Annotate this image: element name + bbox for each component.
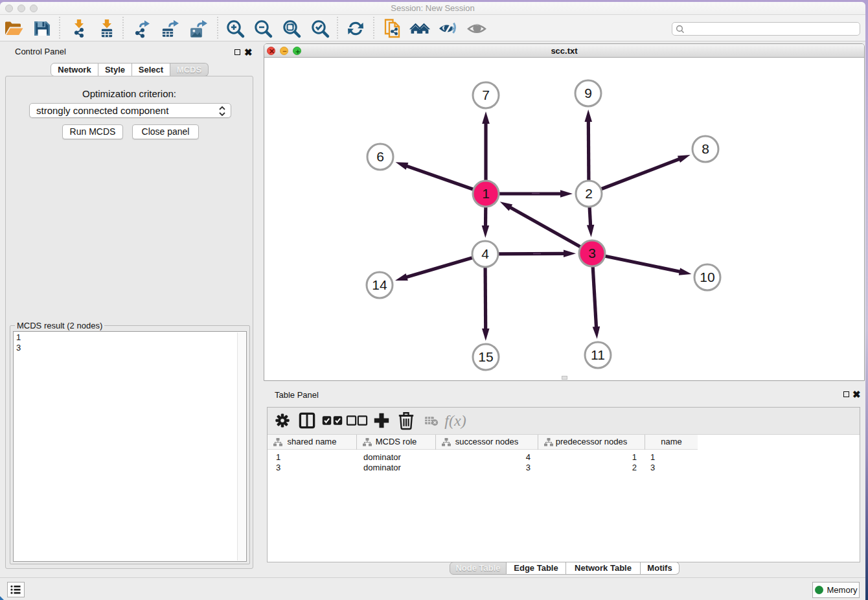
- svg-text:10: 10: [700, 270, 714, 284]
- svg-text:6: 6: [376, 149, 384, 164]
- svg-text:15: 15: [478, 349, 493, 364]
- svg-text:9: 9: [584, 86, 592, 100]
- svg-text:3: 3: [588, 246, 596, 260]
- svg-text:14: 14: [372, 277, 387, 292]
- svg-text:11: 11: [591, 347, 605, 362]
- svg-text:f(x): f(x): [444, 412, 466, 429]
- svg-text:7: 7: [482, 87, 490, 102]
- svg-text:2: 2: [585, 186, 593, 201]
- svg-text:1: 1: [482, 186, 490, 201]
- svg-text:4: 4: [481, 246, 489, 261]
- svg-text:8: 8: [702, 141, 709, 156]
